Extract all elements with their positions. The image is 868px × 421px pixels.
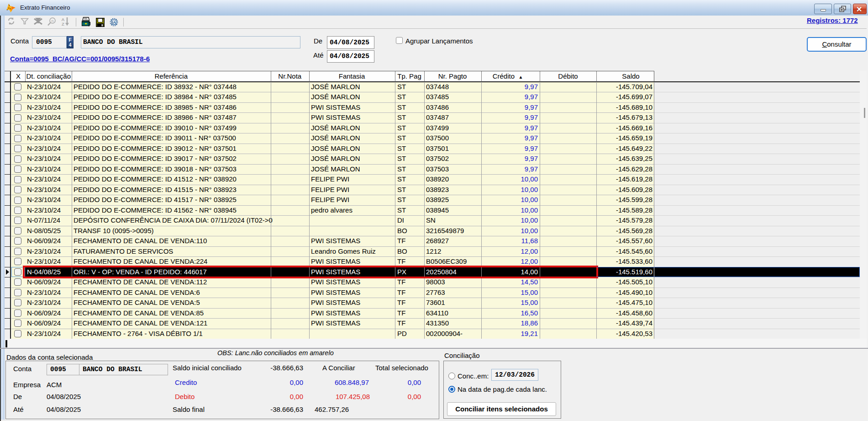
svg-text:IA: IA: [112, 20, 116, 25]
svg-text:Z: Z: [62, 21, 64, 26]
svg-text:n: n: [51, 19, 53, 23]
